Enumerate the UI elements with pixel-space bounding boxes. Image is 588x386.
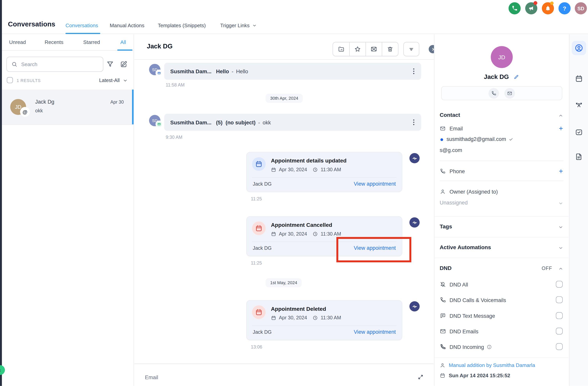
owner-label: Owner (Assigned to) [449,189,498,194]
envelope-icon [440,328,446,334]
phone-label: Phone [449,168,465,174]
appointment-time: 11:30 AM [321,315,341,321]
dnd-emails-label: DND Emails [449,328,478,334]
rail-notes-icon[interactable] [575,152,583,161]
collapse-dnd-icon[interactable] [558,266,563,271]
email-value[interactable]: susmithadg2@gmail.com [446,136,506,142]
email-message-card[interactable]: Susmitha Dam... Hello - Hello [164,63,421,80]
filter-messages-button[interactable] [403,42,419,56]
tab-trigger-links[interactable]: Trigger Links [220,23,257,28]
list-tab-recents[interactable]: Recents [44,39,63,45]
rail-tasks-icon[interactable] [575,128,583,136]
dnd-calls-checkbox[interactable] [556,296,563,303]
expand-icon [417,374,424,380]
message-menu-button[interactable] [412,67,416,76]
owner-value[interactable]: Unassigned [440,200,468,206]
announcements-badge [533,1,537,5]
list-tab-unread[interactable]: Unread [9,39,26,45]
expand-composer-button[interactable] [417,374,424,380]
envelope-open-icon [157,122,161,126]
chat-header: Jack DG [134,34,434,60]
email-thread-count: (5) [216,119,222,125]
list-tab-all[interactable]: All [120,39,126,45]
divider [440,160,564,161]
search-icon [11,61,17,67]
view-appointment-link[interactable]: View appointment [354,329,396,335]
email-sender: Susmitha Dam... [170,119,211,125]
rail-calendar-icon[interactable] [575,75,583,83]
right-icon-rail [569,34,588,386]
email-snippet: okk [263,119,271,125]
section-contact: Contact [440,112,460,118]
contact-name: Jack DG [484,73,509,80]
list-tab-starred[interactable]: Starred [83,39,100,45]
expand-tags-icon[interactable] [558,225,563,230]
add-phone-button[interactable]: + [559,168,563,175]
call-contact-button[interactable] [489,88,499,98]
conversation-name: Jack Dg [35,99,54,105]
appointment-contact: Jack DG [253,245,272,251]
date-divider: 1st May, 2024 [266,278,302,287]
message-timeline: SD Susmitha Dam... Hello - Hello 11:58 A… [134,60,434,364]
star-button[interactable] [349,42,366,56]
expand-automations-icon[interactable] [558,245,563,251]
person-icon [440,363,445,368]
dnd-text-checkbox[interactable] [556,312,563,319]
filter-button[interactable] [106,60,114,68]
select-all-checkbox[interactable] [7,77,13,83]
highlight-annotation [336,237,411,262]
composer-placeholder[interactable]: Email [145,374,158,380]
dnd-all-label: DND All [449,282,468,288]
email-contact-button[interactable] [504,88,515,98]
tab-manual-actions[interactable]: Manual Actions [110,23,144,28]
view-appointment-link[interactable]: View appointment [354,181,396,187]
contact-name-row: Jack DG [435,73,569,80]
bell-icon [545,5,551,11]
dnd-emails-checkbox[interactable] [556,328,563,334]
email-label: Email [449,126,463,132]
email-value-secondary[interactable]: s@g.com [440,147,462,153]
dnd-calls-label: DND Calls & Voicemails [449,297,506,303]
chevron-down-icon [123,78,128,83]
filter-lines-icon [408,46,415,53]
tab-conversations[interactable]: Conversations [65,23,98,28]
section-tags: Tags [440,223,452,229]
chevron-down-icon[interactable] [558,201,563,206]
archive-button[interactable] [333,42,349,56]
envelope-x-icon [371,46,377,53]
rail-contact-button[interactable] [572,41,586,55]
person-circle-icon [574,43,584,53]
edit-name-icon[interactable] [513,74,519,80]
compose-button[interactable] [120,60,127,68]
appointment-card-deleted: Appointment Deleted Apr 30, 2024 11:30 A… [246,300,402,340]
notifications-badge [550,1,554,5]
tab-templates-snippets[interactable]: Templates (Snippets) [158,23,206,28]
source-link[interactable]: Manual addition by Susmitha Damarla [449,363,535,368]
date-divider: 30th Apr, 2024 [266,94,303,103]
results-count: 1 RESULTS [17,78,41,83]
message-composer[interactable]: Email [134,364,434,386]
message-menu-button[interactable] [412,118,416,127]
add-email-button[interactable]: + [559,125,563,132]
rail-referral-icon[interactable] [575,101,583,109]
email-message-card[interactable]: Susmitha Dam... (5) (no subject) - okk [164,114,421,131]
primary-email-dot [441,138,443,141]
dnd-incoming-label: DND Incoming [449,344,484,350]
dnd-all-checkbox[interactable] [556,281,563,288]
conversation-list-item[interactable]: JD @ Jack Dg Apr 30 okk [2,90,134,125]
help-button[interactable]: ? [558,2,570,14]
megaphone-icon [528,5,534,11]
envelope-icon [507,91,512,96]
sort-dropdown[interactable]: Latest-All [99,77,128,83]
conversation-snippet: okk [35,108,43,113]
user-avatar[interactable]: SD [575,2,587,14]
search-input[interactable] [21,61,99,67]
mark-unread-button[interactable] [366,42,382,56]
clock-icon [313,167,318,172]
dnd-incoming-checkbox[interactable] [556,343,563,350]
phone-dialer-button[interactable] [509,2,521,14]
email-sender: Susmitha Dam... [170,68,211,74]
collapse-contact-icon[interactable] [558,113,563,118]
at-channel-badge: @ [21,108,29,116]
delete-button[interactable] [382,42,398,56]
